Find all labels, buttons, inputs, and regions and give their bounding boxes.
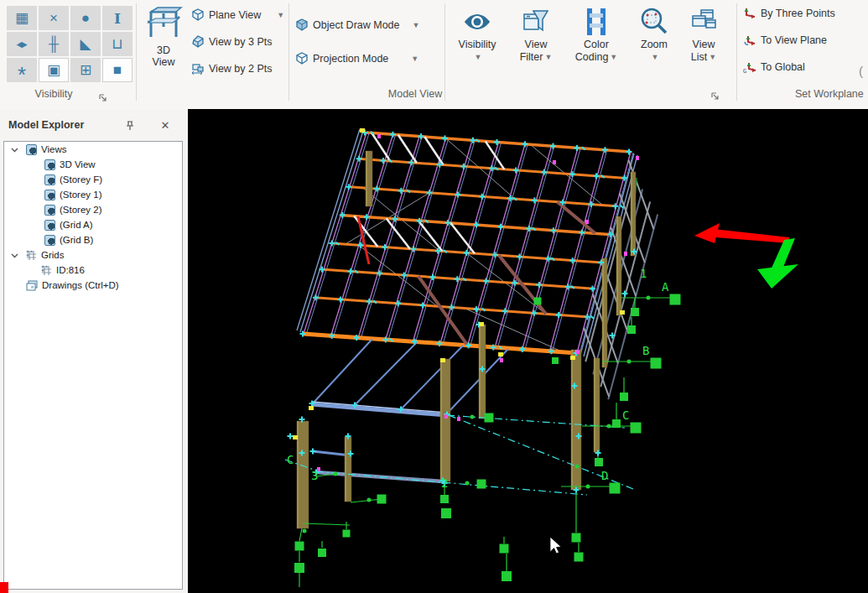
dropdown-arrow-icon: ▼ [411, 55, 418, 63]
zoom-icon [639, 5, 669, 39]
grid-label: C [622, 408, 629, 422]
visibility-dialog-launcher-icon[interactable] [99, 91, 109, 101]
i-beam-icon: I [114, 10, 121, 27]
group-label-model-view: Model View [361, 88, 470, 100]
by-three-points-button[interactable]: By Three Points [743, 7, 835, 20]
solid-cube-icon: ■ [113, 62, 122, 79]
view-list-button[interactable]: View List▼ [681, 5, 726, 64]
cross-visibility-toggle[interactable]: × [39, 6, 69, 30]
solid-cube-visibility-toggle[interactable]: ■ [102, 58, 133, 82]
tree-item-storey-2[interactable]: (Storey 2) [4, 202, 182, 217]
3d-model-viewport[interactable]: 1ABCDC32 [188, 109, 868, 593]
member-axes-icon: * [18, 70, 26, 79]
connection-icon: ╫ [49, 36, 59, 53]
tree-item-drawings-ctrl-d[interactable]: Drawings (Ctrl+D) [4, 278, 182, 293]
view-by-2pts-icon [191, 62, 205, 75]
view-by-3pts-icon [191, 35, 205, 48]
view-icon [44, 159, 55, 170]
tree-item-storey-1[interactable]: (Storey 1) [4, 187, 182, 202]
object-draw-mode-button[interactable]: Object Draw Mode ▼ [295, 18, 419, 31]
grid-label: C [287, 453, 294, 466]
view-icon [44, 205, 55, 216]
status-corner-marker [0, 582, 8, 593]
selection-box-visibility-toggle[interactable]: ▣ [39, 58, 69, 82]
group-label-visibility: Visibility [3, 88, 104, 100]
tree-item-3d-view[interactable]: 3D View [4, 157, 182, 172]
tree-item-label: (Storey 2) [60, 205, 102, 215]
3d-view-button[interactable]: 3D View [139, 5, 188, 68]
color-coding-button[interactable]: Color Coding▼ [567, 5, 626, 64]
visibility-eye-icon [462, 5, 492, 39]
structure-model-canvas: 1ABCDC32 [188, 109, 868, 593]
tree-item-label: Drawings (Ctrl+D) [42, 280, 119, 290]
angle-visibility-toggle[interactable]: ◣ [70, 32, 101, 56]
channel-icon: ⊔ [112, 35, 122, 53]
tree-item-grids[interactable]: Grids [4, 247, 182, 263]
tree-item-label: (Grid B) [60, 235, 93, 245]
grid-axes-visibility-toggle[interactable]: ▦ [7, 6, 37, 30]
group-separator [444, 3, 445, 101]
view-by-2pts-button[interactable]: View by 2 Pts [191, 62, 273, 75]
grid-icon [26, 250, 37, 261]
tree-item-grid-a[interactable]: (Grid A) [4, 217, 182, 232]
model-view-dialog-launcher-icon[interactable] [711, 89, 721, 99]
plane-view-icon [191, 8, 205, 21]
tree-item-label: ID:816 [56, 265, 85, 275]
group-separator [736, 3, 737, 101]
projection-mode-button[interactable]: Projection Mode ▼ [295, 52, 418, 65]
grid-label: B [642, 344, 649, 357]
view-filter-button[interactable]: View Filter▼ [510, 5, 562, 64]
panels-visibility-toggle[interactable]: ⊞ [70, 58, 101, 82]
drawings-icon [26, 280, 38, 291]
view-icon [44, 190, 55, 200]
zoom-button[interactable]: Zoom ▼ [631, 5, 678, 64]
tree-item-views[interactable]: Views [4, 142, 182, 157]
to-global-button[interactable]: G To Global [743, 60, 805, 74]
axes-arrows-icon [743, 7, 756, 20]
tree-item-label: 3D View [60, 159, 96, 169]
tree-item-storey-f[interactable]: (Storey F) [4, 172, 182, 187]
grid-label: 1 [640, 267, 647, 280]
sphere-visibility-toggle[interactable]: ● [70, 6, 101, 30]
tree-item-label: (Storey 1) [60, 190, 102, 200]
3d-view-label-line2: View [139, 56, 188, 68]
angle-icon: ◣ [80, 35, 91, 53]
dropdown-arrow-icon: ▼ [652, 51, 659, 64]
channel-visibility-toggle[interactable]: ⊔ [102, 32, 133, 56]
plane-view-button[interactable]: Plane View ▼ [191, 8, 284, 21]
pin-icon[interactable] [122, 117, 138, 133]
i-beam-visibility-toggle[interactable]: I [102, 6, 133, 30]
connection-visibility-toggle[interactable]: ╫ [39, 32, 69, 56]
dropdown-arrow-icon: ▼ [544, 51, 552, 64]
view-icon [44, 235, 55, 246]
slab-visibility-toggle[interactable]: ◆ [7, 32, 37, 56]
panel-title: Model Explorer [8, 119, 84, 131]
model-explorer-panel: Model Explorer ✕ Views3D View(Storey F)(… [0, 109, 188, 593]
clipped-icon: ( [859, 64, 863, 78]
cross-icon: × [49, 10, 58, 27]
view-icon [26, 144, 37, 155]
expand-chevron-icon[interactable] [11, 146, 18, 153]
visibility-button[interactable]: Visibility ▼ [448, 5, 507, 64]
tree-item-id-816[interactable]: ID:816 [4, 263, 182, 278]
color-coding-icon [582, 5, 611, 39]
dropdown-arrow-icon: ▼ [709, 51, 716, 64]
mouse-cursor [550, 537, 561, 554]
grid-icon [41, 265, 52, 276]
svg-text:G: G [743, 68, 746, 74]
3d-view-label-line1: 3D [139, 44, 188, 56]
to-view-plane-button[interactable]: To View Plane [743, 34, 827, 47]
close-icon[interactable]: ✕ [158, 117, 173, 133]
tree-item-label: (Storey F) [60, 174, 102, 185]
view-icon [44, 174, 55, 185]
dropdown-arrow-icon: ▼ [610, 51, 617, 64]
grid-axes-icon: ▦ [15, 9, 29, 27]
tree-item-grid-b[interactable]: (Grid B) [4, 232, 182, 247]
sphere-icon: ● [81, 10, 90, 27]
view-by-3pts-button[interactable]: View by 3 Pts [191, 35, 273, 48]
group-separator [288, 3, 289, 101]
grid-label: D [601, 469, 608, 482]
selection-box-icon: ▣ [47, 61, 60, 79]
member-axes-visibility-toggle[interactable]: * [7, 58, 37, 82]
expand-chevron-icon[interactable] [11, 252, 18, 259]
